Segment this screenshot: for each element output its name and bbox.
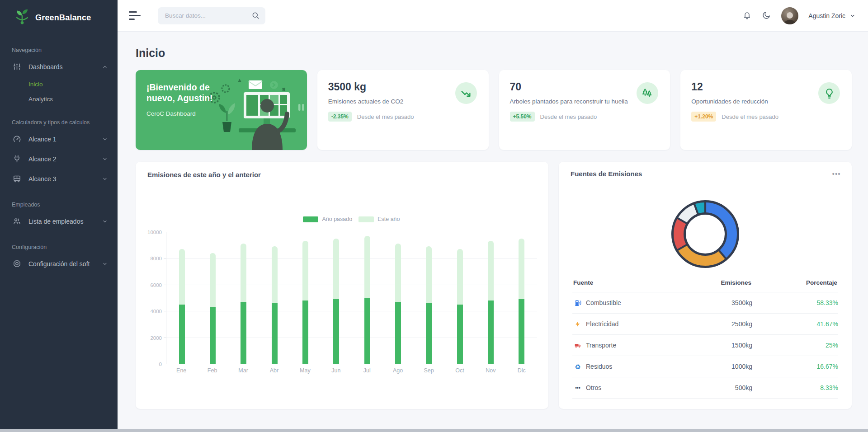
gridline bbox=[166, 364, 537, 364]
x-axis-label: Jun bbox=[321, 367, 351, 374]
bar-segment-este-ano bbox=[364, 236, 370, 298]
bus-icon bbox=[13, 174, 22, 183]
stat-label: Emisiones actuales de CO2 bbox=[328, 98, 448, 105]
welcome-card: ¡Bienvenido de nuevo, Agustin! CeroC Das… bbox=[136, 70, 307, 150]
donut-segment-residuos bbox=[682, 209, 696, 221]
trees-icon bbox=[637, 82, 658, 104]
stat-value: 12 bbox=[691, 81, 703, 93]
bar-segment-este-ano bbox=[333, 239, 339, 299]
sidebar-item-alcance-3[interactable]: Alcance 3 bbox=[0, 169, 118, 189]
x-axis-label: Abr bbox=[259, 367, 289, 374]
stat-card-arboles: 70 Arboles plantados para reconstruir tu… bbox=[499, 70, 670, 150]
sidebar-item-configuracion-del-soft[interactable]: Configuración del soft bbox=[0, 254, 118, 274]
bar-column bbox=[414, 232, 444, 364]
stat-value: 70 bbox=[510, 81, 522, 93]
bar-column bbox=[444, 232, 475, 364]
legend-label: Año pasado bbox=[322, 216, 352, 222]
emissions-bar-chart-panel: Emisiones de este año y el anterior Año … bbox=[136, 162, 548, 409]
percentage-cell: 25% bbox=[752, 342, 838, 349]
menu-toggle-button[interactable] bbox=[129, 11, 141, 20]
bar-segment-ano-pasado bbox=[457, 305, 463, 364]
horizontal-scrollbar[interactable] bbox=[0, 429, 868, 432]
chevron-down-icon[interactable] bbox=[850, 13, 855, 19]
x-axis-label: Ago bbox=[382, 367, 413, 374]
table-row-residuos: ♻Residuos1000kg16.67% bbox=[572, 356, 838, 377]
bar-stack bbox=[241, 232, 246, 364]
bar-segment-ano-pasado bbox=[241, 302, 246, 364]
sidebar-item-inicio[interactable]: Inicio bbox=[0, 77, 118, 92]
sidebar-item-alcance-2[interactable]: Alcance 2 bbox=[0, 149, 118, 169]
table-row-transporte: Transporte1500kg25% bbox=[572, 335, 838, 356]
people-icon bbox=[13, 217, 22, 226]
nav-section-empleados: Empleados bbox=[0, 189, 118, 211]
user-name[interactable]: Agustin Zoric bbox=[808, 12, 845, 19]
sidebar: GreenBalance Navegación Dashboards Inici… bbox=[0, 0, 118, 432]
avatar[interactable] bbox=[781, 7, 798, 24]
plug-icon bbox=[13, 155, 22, 164]
search-icon[interactable] bbox=[251, 11, 260, 20]
percentage-cell: 16.67% bbox=[752, 363, 838, 370]
bar-segment-este-ano bbox=[272, 246, 278, 303]
sidebar-item-dashboards[interactable]: Dashboards bbox=[0, 57, 118, 77]
stat-note: Desde el mes pasado bbox=[540, 113, 597, 120]
stat-value: 3500 kg bbox=[328, 81, 366, 93]
axis-tick bbox=[164, 364, 166, 364]
emissions-cell: 1000kg bbox=[662, 363, 752, 370]
bar-chart-plot: 0200040006000800010000 bbox=[166, 232, 537, 364]
bar-stack bbox=[395, 232, 401, 364]
bell-icon bbox=[742, 10, 752, 21]
emissions-cell: 2500kg bbox=[662, 320, 752, 328]
bar-stack bbox=[302, 232, 308, 364]
emission-sources-panel: Fuentes de Emisiones ••• Fuente Emisione… bbox=[559, 162, 852, 409]
delta-badge: +1.20% bbox=[691, 112, 716, 122]
bar-segment-este-ano bbox=[179, 249, 185, 305]
sidebar-item-alcance-1[interactable]: Alcance 1 bbox=[0, 129, 118, 149]
bar-column bbox=[506, 232, 537, 364]
legend-item: Año pasado bbox=[303, 216, 352, 222]
search-input[interactable] bbox=[165, 12, 251, 19]
sources-title: Fuentes de Emisiones bbox=[571, 170, 642, 178]
y-tick-label: 8000 bbox=[150, 256, 162, 261]
more-options-button[interactable]: ••• bbox=[832, 171, 841, 177]
delta-badge: -2.35% bbox=[328, 112, 352, 122]
emissions-cell: 1500kg bbox=[662, 342, 752, 349]
welcome-subtitle: CeroC Dashboard bbox=[146, 110, 239, 117]
y-tick-label: 10000 bbox=[147, 230, 162, 235]
trending-down-icon bbox=[455, 82, 477, 104]
bar-segment-ano-pasado bbox=[426, 303, 432, 364]
bar-segment-ano-pasado bbox=[364, 298, 370, 364]
donut-segment-otros bbox=[696, 207, 705, 209]
source-name: Electricidad bbox=[586, 320, 618, 328]
x-axis-label: May bbox=[290, 367, 321, 374]
percentage-cell: 8.33% bbox=[752, 384, 838, 391]
sidebar-item-label: Alcance 2 bbox=[28, 155, 56, 163]
nav-section-calculadora: Calculadora y tipos de calculos bbox=[0, 107, 118, 129]
dark-mode-toggle[interactable] bbox=[762, 10, 771, 21]
stat-cards-row: ¡Bienvenido de nuevo, Agustin! CeroC Das… bbox=[136, 70, 852, 150]
lightbulb-icon bbox=[818, 82, 840, 104]
notifications-button[interactable] bbox=[742, 10, 752, 21]
donut-segment-transporte bbox=[679, 221, 682, 248]
sidebar-item-label: Alcance 1 bbox=[28, 136, 56, 143]
brand[interactable]: GreenBalance bbox=[0, 0, 118, 34]
bar-segment-ano-pasado bbox=[302, 301, 308, 364]
donut-chart bbox=[665, 193, 746, 277]
percentage-cell: 41.67% bbox=[752, 320, 838, 328]
sidebar-item-lista-de-empleados[interactable]: Lista de empleados bbox=[0, 211, 118, 231]
bar-stack bbox=[426, 232, 432, 364]
bar-column bbox=[290, 232, 321, 364]
stat-delta-row: +5.50% Desde el mes pasado bbox=[510, 112, 597, 122]
bar-stack bbox=[272, 232, 278, 364]
stat-card-oportunidades: 12 Oportunidades de reducción +1.20% Des… bbox=[680, 70, 852, 150]
bar-column bbox=[197, 232, 228, 364]
x-axis-label: Oct bbox=[444, 367, 475, 374]
moon-icon bbox=[762, 10, 771, 21]
sidebar-item-analytics[interactable]: Analytics bbox=[0, 92, 118, 107]
bar-column bbox=[166, 232, 197, 364]
main-content: Inicio ¡Bienvenido de nuevo, Agustin! Ce… bbox=[118, 32, 868, 432]
bar-stack bbox=[457, 232, 463, 364]
sidebar-item-label: Configuración del soft bbox=[28, 260, 90, 268]
bar-segment-este-ano bbox=[457, 249, 463, 305]
sources-table-header: Fuente Emisiones Porcentaje bbox=[572, 276, 838, 292]
ellipsis-icon: ••• bbox=[832, 170, 841, 178]
